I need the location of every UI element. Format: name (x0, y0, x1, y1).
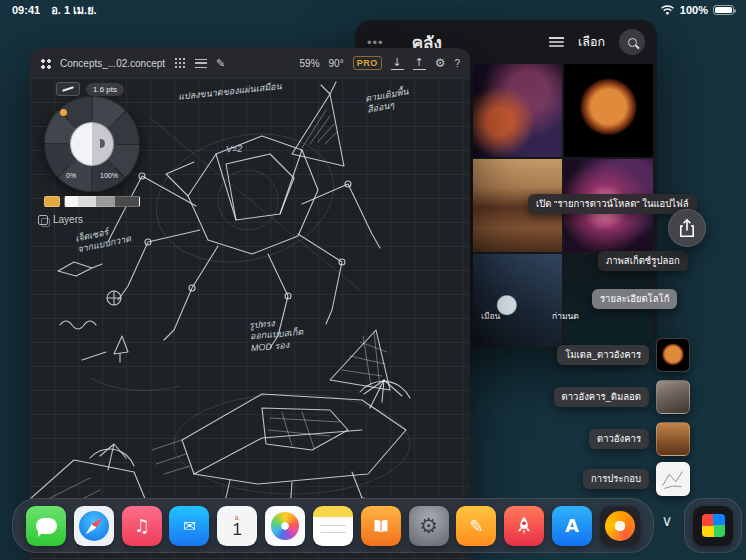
photo-mars[interactable] (564, 64, 653, 157)
concepts-window: Concepts_...02.concept ✎ 59% 90° PRO ↓ ↑… (30, 48, 470, 560)
sketch-thumbnail[interactable] (656, 462, 690, 496)
active-color-dot[interactable] (60, 109, 67, 116)
drag-item[interactable]: การประกอบ (583, 462, 690, 496)
battery-icon (713, 5, 734, 15)
flower-icon (271, 512, 299, 540)
photo-caption: เมือน (481, 309, 500, 323)
dock: ♫ ✉ อ. 1 ⚙ ✎ A (12, 498, 654, 553)
brush-size-label: 1.6 pts (86, 83, 124, 96)
share-icon (678, 218, 696, 238)
date: อ. 1 เม.ย. (51, 4, 96, 16)
brush-preview-circle[interactable] (70, 122, 114, 166)
calendar-day: 1 (233, 521, 242, 540)
concepts-toolbar: Concepts_...02.concept ✎ 59% 90° PRO ↓ ↑… (30, 48, 470, 78)
rocket-icon (510, 512, 538, 540)
color-wheel[interactable]: 0% 100% (44, 96, 140, 192)
notes-app-icon[interactable] (313, 506, 353, 546)
handwritten-annotation: รูปทรง ออกแบบสเก็ต MOD รอง (249, 316, 305, 354)
pencil-app-icon[interactable]: ✎ (456, 506, 496, 546)
clock: 09:41 (12, 4, 40, 16)
value-scale-bar[interactable] (64, 196, 140, 207)
status-right: 100% (660, 4, 734, 16)
opacity-max-label: 100% (100, 172, 118, 179)
search-icon (628, 38, 637, 47)
menu-icon[interactable] (195, 59, 207, 68)
drag-item-label: โมเดล_ดาวอังคาร (557, 345, 649, 365)
opacity-min-label: 0% (66, 172, 76, 179)
music-app-icon[interactable]: ♫ (122, 506, 162, 546)
import-icon[interactable]: ↓ (391, 57, 404, 70)
help-button[interactable]: ? (454, 58, 460, 69)
dock-recent-apps (684, 498, 742, 553)
filter-icon[interactable] (549, 36, 564, 48)
photo-caption: ก่ามนต (552, 309, 579, 323)
document-title[interactable]: Concepts_...02.concept (60, 58, 165, 69)
photo-nebula-orange[interactable] (473, 64, 562, 157)
layers-label: Layers (53, 214, 83, 225)
calendar-app-icon[interactable]: อ. 1 (217, 506, 257, 546)
pen-nib-icon[interactable]: ✎ (216, 57, 225, 70)
layers-panel-toggle[interactable]: Layers (38, 214, 83, 225)
select-button[interactable]: เลือก (574, 32, 609, 52)
drag-item[interactable]: โมเดล_ดาวอังคาร (557, 338, 690, 372)
drag-item-label: การประกอบ (583, 469, 649, 489)
drawing-canvas[interactable]: แปลงขนาดของแผ่นเสมือน ตามเติมพื้น สีอ่อน… (30, 78, 470, 560)
drag-item[interactable]: ดาวอังคาร_ติมลอด (554, 380, 690, 414)
swirl-icon (605, 511, 635, 541)
drag-item-label: ดาวอังคาร (589, 429, 649, 449)
rock-thumbnail[interactable] (656, 380, 690, 414)
tooltip-logo-details: รายละเอียดโลโก้ (592, 289, 677, 309)
drag-item[interactable]: ดาวอังคาร (589, 422, 690, 456)
books-app-icon[interactable] (361, 506, 401, 546)
color-swatch[interactable] (44, 196, 60, 207)
safari-app-icon[interactable] (74, 506, 114, 546)
settings-gear-icon[interactable]: ⚙ (435, 56, 446, 70)
zoom-level[interactable]: 59% (300, 58, 320, 69)
browser-app-icon[interactable] (600, 506, 640, 546)
grid-icon[interactable] (174, 57, 186, 69)
share-button[interactable] (668, 209, 706, 247)
mars-thumbnail[interactable] (656, 338, 690, 372)
brush-stroke-preview[interactable] (56, 82, 80, 96)
pro-badge[interactable]: PRO (353, 56, 382, 70)
messages-app-icon[interactable] (26, 506, 66, 546)
export-icon[interactable]: ↑ (413, 57, 426, 70)
layers-icon (38, 215, 48, 225)
app-store-app-icon[interactable]: A (552, 506, 592, 546)
app-menu-icon[interactable] (40, 58, 51, 69)
dock-collapse-chevron[interactable]: ∨ (656, 510, 678, 532)
rotation-value[interactable]: 90° (329, 58, 344, 69)
tooltip-sketch-decal: ภาพสเก็ตช์รูปลอก (598, 251, 688, 271)
photos-app-icon[interactable] (265, 506, 305, 546)
settings-app-icon[interactable]: ⚙ (409, 506, 449, 546)
shade-icon (96, 139, 105, 148)
color-strip[interactable] (44, 196, 140, 207)
wifi-icon (660, 5, 675, 16)
mail-app-icon[interactable]: ✉ (169, 506, 209, 546)
rocket-app-icon[interactable] (504, 506, 544, 546)
battery-percent: 100% (680, 4, 708, 16)
chat-bubble-icon (36, 518, 57, 534)
compass-icon (79, 511, 109, 541)
ipad-screen: 09:41 อ. 1 เม.ย. 100% ••• คลัง เลือก (0, 0, 746, 560)
status-bar: 09:41 อ. 1 เม.ย. 100% (0, 0, 746, 20)
recent-app-icon[interactable] (693, 506, 733, 546)
drag-item-label: ดาวอังคาร_ติมลอด (554, 387, 649, 407)
handwritten-annotation: V=2 (226, 143, 243, 155)
open-book-icon (368, 513, 394, 539)
colorful-grid-icon (702, 514, 725, 537)
status-left: 09:41 อ. 1 เม.ย. (12, 1, 105, 19)
tooltip-open-downloads: เปิด "รายการดาวน์โหลด" ในแอปไฟล์ (528, 194, 697, 214)
photo-observatory[interactable]: เมือน (473, 254, 562, 347)
search-button[interactable] (619, 29, 645, 55)
terrain-thumbnail[interactable] (656, 422, 690, 456)
